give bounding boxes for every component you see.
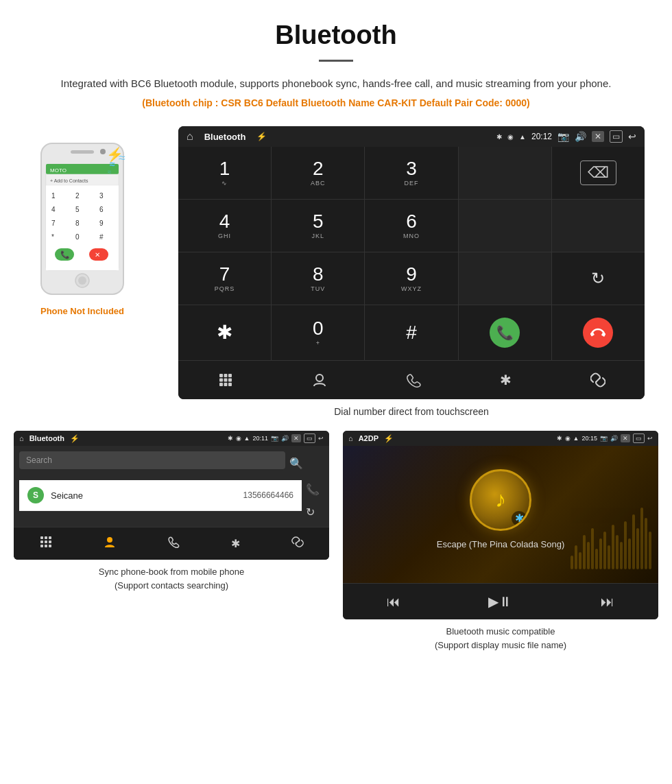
bluetooth-tab-button[interactable]: ✱ xyxy=(486,368,525,392)
svg-point-42 xyxy=(316,375,323,381)
key-9[interactable]: 9 WXYZ xyxy=(365,252,457,305)
win-icon-pb[interactable]: ▭ xyxy=(304,433,315,443)
contacts-tab-button[interactable] xyxy=(298,368,341,392)
call-button[interactable]: 📞 xyxy=(459,305,551,360)
svg-text:*: * xyxy=(51,233,54,241)
empty-cell-1 xyxy=(459,200,551,252)
home-icon[interactable]: ⌂ xyxy=(187,130,193,143)
bluetooth-signal-icon: ≈ ≈ ≈ ⚡ xyxy=(106,147,141,181)
svg-text:4: 4 xyxy=(51,206,56,213)
refresh-button[interactable]: ↻ xyxy=(552,252,645,305)
link-tab-button[interactable] xyxy=(577,368,619,392)
pb-bt-btn[interactable]: ✱ xyxy=(224,534,247,554)
cam-icon-music[interactable]: 📷 xyxy=(600,435,608,442)
pb-contacts-btn[interactable] xyxy=(97,533,123,554)
usb-icon-pb: ⚡ xyxy=(70,434,80,443)
svg-text:6: 6 xyxy=(99,206,104,213)
contact-list: S Seicane 13566664466 xyxy=(19,480,302,521)
svg-text:2: 2 xyxy=(75,192,80,200)
refresh-side-icon[interactable]: ↻ xyxy=(306,506,320,519)
home-icon-music[interactable]: ⌂ xyxy=(348,434,353,442)
contact-number: 13566664466 xyxy=(243,490,293,500)
bluetooth-overlay-icon: ✱ xyxy=(512,511,527,526)
phone-tab-button[interactable] xyxy=(392,368,435,392)
page-title: Bluetooth xyxy=(41,21,631,50)
contact-row[interactable]: S Seicane 13566664466 xyxy=(19,480,302,511)
svg-rect-48 xyxy=(45,541,47,543)
dial-caption: Dial number direct from touchscreen xyxy=(334,406,489,417)
pb-link-btn[interactable] xyxy=(285,533,311,554)
pb-title: Bluetooth xyxy=(29,434,64,442)
contact-list-row: S Seicane 13566664466 📞 ↻ xyxy=(19,480,324,521)
svg-text:✕: ✕ xyxy=(95,251,100,259)
bt-icon-pb: ✱ xyxy=(228,435,233,442)
dial-statusbar: ⌂ Bluetooth ⚡ ✱ ◉ ▲ 20:12 📷 🔊 ✕ ▭ ↩ xyxy=(178,126,645,147)
dial-screen-device: ⌂ Bluetooth ⚡ ✱ ◉ ▲ 20:12 📷 🔊 ✕ ▭ ↩ xyxy=(178,126,645,399)
key-5[interactable]: 5 JKL xyxy=(272,200,364,252)
phonebook-statusbar-right: ✱ ◉ ▲ 20:11 📷 🔊 ✕ ▭ ↩ xyxy=(228,433,324,443)
key-6[interactable]: 6 MNO xyxy=(365,200,457,252)
svg-text:8: 8 xyxy=(75,219,80,227)
key-2[interactable]: 2 ABC xyxy=(272,147,364,199)
vol-icon-pb[interactable]: 🔊 xyxy=(281,435,289,442)
cam-icon-pb[interactable]: 📷 xyxy=(271,435,278,442)
search-icon[interactable]: 🔍 xyxy=(289,457,303,470)
back-icon[interactable]: ↩ xyxy=(628,131,636,142)
key-0[interactable]: 0 + xyxy=(272,305,364,360)
svg-text:7: 7 xyxy=(51,219,56,227)
music-title: A2DP xyxy=(359,434,379,442)
usb-icon-music: ⚡ xyxy=(384,434,394,443)
contact-name: Seicane xyxy=(51,490,243,501)
play-pause-button[interactable]: ▶⏸ xyxy=(479,591,522,613)
x-icon-pb[interactable]: ✕ xyxy=(291,434,301,442)
win-icon-music[interactable]: ▭ xyxy=(633,433,645,443)
backspace-button[interactable]: ⌫ xyxy=(552,147,645,199)
header-section: Bluetooth Integrated with BC6 Bluetooth … xyxy=(0,0,672,126)
key-star[interactable]: ✱ xyxy=(178,305,271,360)
prev-track-button[interactable]: ⏮ xyxy=(377,591,410,613)
dialpad-tab-button[interactable] xyxy=(204,368,247,392)
contact-avatar: S xyxy=(27,487,44,503)
pb-dialpad-btn[interactable] xyxy=(33,533,59,554)
svg-text:⚡: ⚡ xyxy=(106,147,123,163)
loc-icon-pb: ◉ xyxy=(236,435,241,442)
vol-icon-music[interactable]: 🔊 xyxy=(610,435,618,442)
key-7[interactable]: 7 PQRS xyxy=(178,252,271,305)
statusbar-title: Bluetooth xyxy=(204,132,246,142)
location-icon: ◉ xyxy=(507,133,514,141)
pb-phone-btn[interactable] xyxy=(160,533,187,554)
svg-text:9: 9 xyxy=(99,219,104,227)
svg-rect-51 xyxy=(45,545,47,547)
key-1[interactable]: 1 ∿ xyxy=(178,147,271,199)
svg-rect-45 xyxy=(45,536,47,539)
home-icon-pb[interactable]: ⌂ xyxy=(19,434,24,442)
phone-mockup-container: ≈ ≈ ≈ ⚡ MOTO xyxy=(38,140,127,300)
key-hash[interactable]: # xyxy=(365,305,457,360)
music-content: ♪ ✱ Escape (The Pina Colada Song) xyxy=(343,446,658,583)
empty-cell-2 xyxy=(552,200,645,252)
back-icon-music[interactable]: ↩ xyxy=(647,435,653,442)
music-caption-line2: (Support display music file name) xyxy=(435,639,566,652)
key-8[interactable]: 8 TUV xyxy=(272,252,364,305)
svg-rect-6 xyxy=(71,150,94,154)
camera-icon[interactable]: 📷 xyxy=(557,131,569,142)
volume-icon[interactable]: 🔊 xyxy=(575,131,586,142)
key-4[interactable]: 4 GHI xyxy=(178,200,271,252)
display-area xyxy=(459,147,551,199)
end-call-button[interactable] xyxy=(552,305,645,360)
back-icon-pb[interactable]: ↩ xyxy=(318,435,324,442)
next-track-button[interactable]: ⏭ xyxy=(591,591,624,613)
svg-text:📞: 📞 xyxy=(60,250,70,259)
window-icon[interactable]: ▭ xyxy=(610,130,623,143)
time-display: 20:12 xyxy=(531,132,552,141)
music-note-icon: ♪ xyxy=(495,487,506,512)
svg-rect-35 xyxy=(228,374,232,377)
call-side-icon[interactable]: 📞 xyxy=(306,483,320,496)
svg-text:1: 1 xyxy=(51,192,56,200)
key-3[interactable]: 3 DEF xyxy=(365,147,457,199)
music-statusbar-left: ⌂ A2DP ⚡ xyxy=(348,434,394,443)
close-icon[interactable]: ✕ xyxy=(592,131,604,142)
x-icon-music[interactable]: ✕ xyxy=(621,434,630,442)
signal-icon: ▲ xyxy=(519,133,526,141)
search-bar[interactable]: Search xyxy=(19,451,285,469)
